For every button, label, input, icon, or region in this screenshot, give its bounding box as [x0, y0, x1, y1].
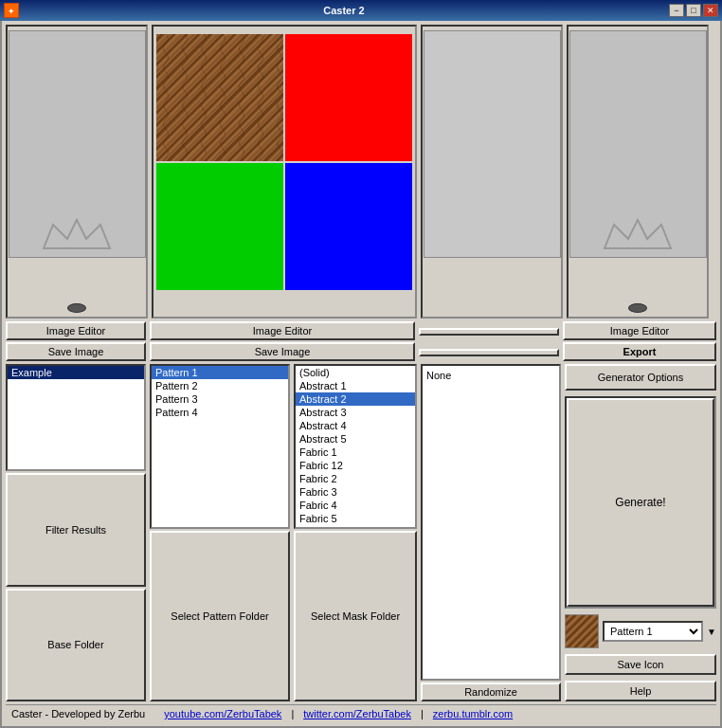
save-icon-button[interactable]: Save Icon [565, 654, 716, 675]
example-listbox[interactable]: Example [6, 364, 146, 471]
app-name-label: Caster - Developed by Zerbu [11, 708, 145, 719]
texture-item-fabric3[interactable]: Fabric 3 [296, 485, 415, 499]
image-editor-btn-center[interactable]: Image Editor [150, 321, 415, 340]
far-right-preview-panel [567, 25, 709, 318]
center-grid-panel [152, 25, 417, 318]
oval-btn-right[interactable] [628, 303, 647, 313]
example-listbox-item[interactable]: Example [8, 366, 144, 379]
app-icon: ✦ [4, 3, 19, 18]
texture-item-fabric6[interactable]: Fabric 6 [296, 525, 415, 529]
filter-results-button[interactable]: Filter Results [6, 473, 146, 586]
save-image-btn-left[interactable]: Save Image [6, 342, 146, 361]
select-mask-folder-button[interactable]: Select Mask Folder [294, 531, 417, 701]
left-preview-panel [6, 25, 148, 318]
twitter-link[interactable]: twitter.com/ZerbuTabek [303, 708, 411, 719]
crown-icon-left [39, 215, 115, 253]
texture-item-abstract4[interactable]: Abstract 4 [296, 419, 415, 432]
pattern-item-1[interactable]: Pattern 1 [152, 366, 288, 379]
icon-preview [565, 614, 599, 648]
window-title: Caster 2 [19, 5, 669, 16]
base-folder-button[interactable]: Base Folder [6, 589, 146, 701]
minimize-button[interactable]: − [669, 4, 684, 17]
title-bar: ✦ Caster 2 − □ ✕ [0, 0, 722, 21]
right-panel-inner: Generate! [565, 396, 716, 609]
pattern-item-4[interactable]: Pattern 4 [152, 406, 288, 419]
texture-item-fabric2[interactable]: Fabric 2 [296, 472, 415, 485]
image-editor-row: Image Editor Image Editor Image Editor [6, 321, 716, 340]
save-image-btn-center[interactable]: Save Image [150, 342, 415, 361]
texture-item-abstract5[interactable]: Abstract 5 [296, 432, 415, 446]
crown-icon-right [600, 215, 676, 253]
right-mid-preview [424, 30, 561, 258]
texture-item-abstract1[interactable]: Abstract 1 [296, 379, 415, 392]
right-mid-preview-panel [421, 25, 563, 318]
texture-grid [156, 34, 412, 290]
pattern-item-3[interactable]: Pattern 3 [152, 392, 288, 406]
generator-options-button[interactable]: Generator Options [565, 364, 716, 391]
link-separator-2: | [291, 708, 294, 719]
none-column: None Randomize [421, 364, 561, 701]
pattern-item-2[interactable]: Pattern 2 [152, 379, 288, 392]
image-editor-btn-right[interactable] [419, 328, 559, 336]
oval-btn-left[interactable] [67, 303, 86, 313]
grid-cell-2 [285, 34, 412, 161]
texture-item-(solid)[interactable]: (Solid) [296, 366, 415, 379]
pattern-column: Pattern 1 Pattern 2 Pattern 3 Pattern 4 … [150, 364, 290, 701]
chevron-down-icon: ▼ [707, 627, 716, 637]
right-column: Generator Options Generate! Pattern 1 Pa… [565, 364, 716, 701]
maximize-button[interactable]: □ [686, 4, 701, 17]
texture-item-abstract2[interactable]: Abstract 2 [296, 392, 415, 406]
texture-item-abstract3[interactable]: Abstract 3 [296, 406, 415, 419]
far-right-preview [569, 30, 707, 258]
none-label: None [426, 370, 451, 381]
grid-cell-4 [285, 163, 412, 290]
status-bar: Caster - Developed by Zerbu youtube.com/… [6, 704, 716, 722]
grid-cell-1 [156, 34, 283, 161]
image-editor-btn-left[interactable]: Image Editor [6, 321, 146, 340]
youtube-link[interactable]: youtube.com/ZerbuTabek [164, 708, 281, 719]
link-separator-3: | [421, 708, 424, 719]
save-image-btn-right-mid[interactable] [419, 349, 559, 356]
texture-listbox[interactable]: (Solid) Abstract 1 Abstract 2 Abstract 3… [294, 364, 417, 529]
export-button[interactable]: Export [563, 342, 716, 361]
pattern-listbox[interactable]: Pattern 1 Pattern 2 Pattern 3 Pattern 4 [150, 364, 290, 529]
save-image-row: Save Image Save Image Export [6, 342, 716, 361]
icon-pattern-select[interactable]: Pattern 1 Pattern 2 Pattern 3 Pattern 4 [603, 621, 703, 642]
icon-row: Pattern 1 Pattern 2 Pattern 3 Pattern 4 … [565, 614, 716, 648]
image-editor-btn-far-right[interactable]: Image Editor [563, 321, 716, 340]
close-button[interactable]: ✕ [703, 4, 718, 17]
texture-item-fabric1[interactable]: Fabric 1 [296, 446, 415, 459]
svg-text:✦: ✦ [8, 7, 15, 16]
top-section [6, 25, 716, 318]
window-controls: − □ ✕ [669, 4, 718, 17]
grid-cell-3 [156, 163, 283, 290]
svg-marker-4 [605, 220, 671, 248]
example-column: Example Filter Results Base Folder [6, 364, 146, 701]
main-window: Image Editor Image Editor Image Editor S… [0, 21, 722, 728]
svg-marker-2 [44, 220, 110, 248]
left-preview [9, 30, 146, 258]
tumblr-link[interactable]: zerbu.tumblr.com [433, 708, 513, 719]
texture-item-fabric12[interactable]: Fabric 12 [296, 459, 415, 472]
texture-item-fabric5[interactable]: Fabric 5 [296, 512, 415, 525]
none-panel: None [421, 364, 561, 681]
texture-item-fabric4[interactable]: Fabric 4 [296, 499, 415, 512]
texture-column: (Solid) Abstract 1 Abstract 2 Abstract 3… [294, 364, 417, 701]
randomize-button[interactable]: Randomize [421, 682, 561, 701]
select-pattern-folder-button[interactable]: Select Pattern Folder [150, 531, 290, 701]
generate-button[interactable]: Generate! [567, 398, 714, 607]
help-button[interactable]: Help [565, 681, 716, 701]
